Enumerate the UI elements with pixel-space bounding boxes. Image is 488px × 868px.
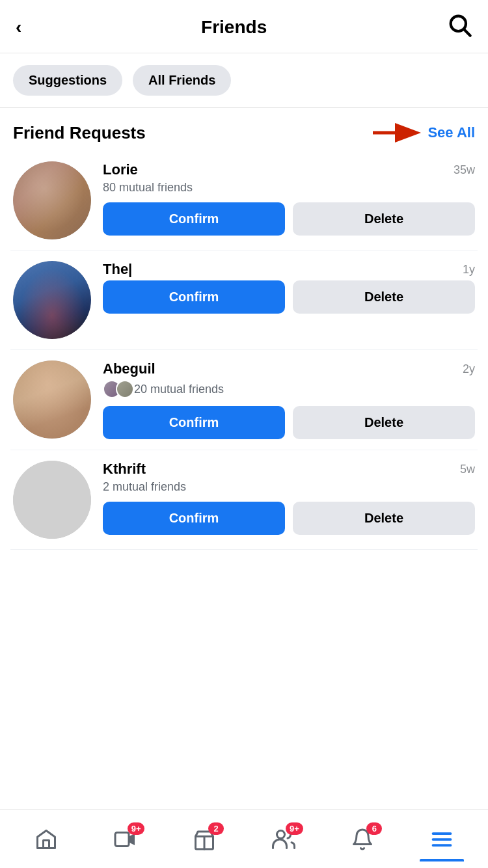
tab-all-friends[interactable]: All Friends <box>133 65 231 96</box>
nav-badge-marketplace: 2 <box>208 822 224 835</box>
confirm-button[interactable]: Confirm <box>103 502 285 535</box>
friend-info: The| 1y Confirm Delete <box>103 261 475 314</box>
nav-item-marketplace[interactable]: 2 <box>182 822 226 856</box>
red-arrow-annotation <box>370 121 422 144</box>
nav-badge-friends: 9+ <box>286 822 303 835</box>
menu-icon <box>430 828 454 851</box>
avatar <box>13 360 91 439</box>
svg-point-10 <box>277 830 284 838</box>
back-button[interactable]: ‹ <box>16 17 21 38</box>
friend-info: Abeguil 2y 20 mutual friends Confirm Del… <box>103 360 475 439</box>
nav-item-video[interactable]: 9+ <box>103 822 147 856</box>
friend-name: Lorie <box>103 161 138 178</box>
friend-name-row: Kthrift 5w <box>103 461 475 478</box>
confirm-button[interactable]: Confirm <box>103 202 285 236</box>
friend-name-row: The| 1y <box>103 261 475 278</box>
friend-info: Lorie 35w 80 mutual friends Confirm Dele… <box>103 161 475 236</box>
nav-badge-notifications: 6 <box>366 822 382 835</box>
friend-request-item: Lorie 35w 80 mutual friends Confirm Dele… <box>10 151 478 251</box>
svg-rect-5 <box>115 832 129 846</box>
avatar <box>13 161 91 239</box>
friend-request-item: The| 1y Confirm Delete <box>10 251 478 350</box>
filter-tabs: Suggestions All Friends <box>0 53 488 108</box>
header: ‹ Friends <box>0 0 488 53</box>
mutual-friends: 20 mutual friends <box>103 380 475 398</box>
delete-button[interactable]: Delete <box>293 202 475 236</box>
friend-time: 2y <box>463 362 475 376</box>
friend-info: Kthrift 5w 2 mutual friends Confirm Dele… <box>103 461 475 535</box>
nav-active-indicator <box>420 859 464 861</box>
nav-item-friends[interactable]: 9+ <box>262 822 306 856</box>
mutual-avatar <box>116 380 134 398</box>
svg-rect-4 <box>43 840 49 848</box>
friend-request-item: Kthrift 5w 2 mutual friends Confirm Dele… <box>10 450 478 550</box>
friend-name: The| <box>103 261 132 278</box>
mutual-avatars <box>103 380 129 398</box>
nav-item-notifications[interactable]: 6 <box>340 822 385 856</box>
see-all-link[interactable]: See All <box>427 124 475 141</box>
page-title: Friends <box>201 17 267 38</box>
confirm-button[interactable]: Confirm <box>103 280 285 314</box>
home-icon <box>34 828 58 851</box>
section-title: Friend Requests <box>13 123 146 143</box>
friend-time: 5w <box>460 463 475 476</box>
action-buttons: Confirm Delete <box>103 202 475 236</box>
avatar <box>13 461 91 539</box>
nav-badge-video: 9+ <box>128 822 145 835</box>
nav-item-home[interactable] <box>24 822 68 856</box>
avatar <box>13 261 91 339</box>
delete-button[interactable]: Delete <box>293 406 475 439</box>
action-buttons: Confirm Delete <box>103 502 475 535</box>
see-all-row: See All <box>370 121 475 144</box>
action-buttons: Confirm Delete <box>103 406 475 439</box>
section-header: Friend Requests See All <box>0 108 488 151</box>
action-buttons: Confirm Delete <box>103 280 475 314</box>
bottom-nav: 9+ 2 9+ 6 <box>0 809 488 868</box>
svg-line-1 <box>465 30 470 36</box>
friend-requests-list: Lorie 35w 80 mutual friends Confirm Dele… <box>0 151 488 550</box>
search-icon[interactable] <box>446 12 472 42</box>
friend-name-row: Abeguil 2y <box>103 360 475 377</box>
confirm-button[interactable]: Confirm <box>103 406 285 439</box>
friend-name-row: Lorie 35w <box>103 161 475 178</box>
delete-button[interactable]: Delete <box>293 502 475 535</box>
mutual-friends: 80 mutual friends <box>103 181 475 195</box>
friend-name: Abeguil <box>103 360 156 377</box>
friend-request-item: Abeguil 2y 20 mutual friends Confirm Del… <box>10 350 478 450</box>
nav-item-menu[interactable] <box>420 822 464 856</box>
friend-time: 35w <box>454 163 475 177</box>
friend-time: 1y <box>463 263 475 277</box>
mutual-friends: 2 mutual friends <box>103 480 475 494</box>
friend-name: Kthrift <box>103 461 146 478</box>
tab-suggestions[interactable]: Suggestions <box>13 65 122 96</box>
delete-button[interactable]: Delete <box>293 280 475 314</box>
